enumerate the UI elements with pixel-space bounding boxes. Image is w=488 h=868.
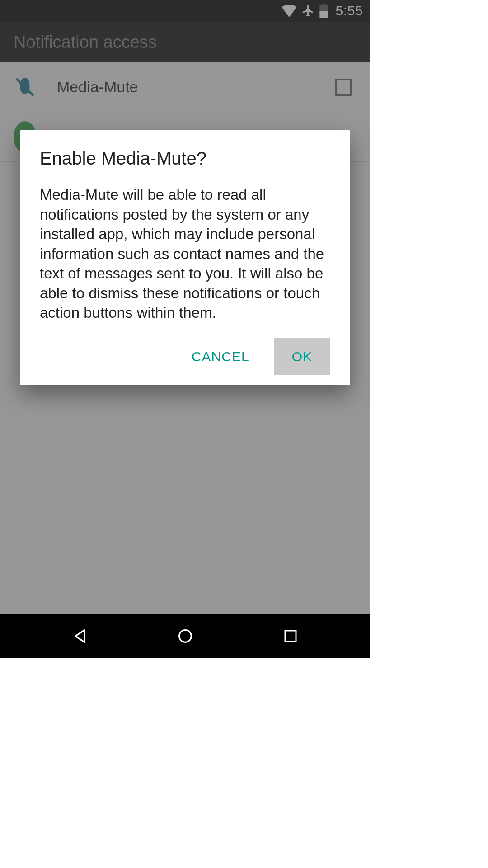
navigation-bar: [0, 614, 370, 658]
dialog-title: Enable Media-Mute?: [40, 148, 330, 169]
dialog-actions: CANCEL OK: [40, 338, 330, 375]
svg-rect-5: [285, 631, 296, 642]
ok-button[interactable]: OK: [274, 338, 330, 375]
dialog-body: Media-Mute will be able to read all noti…: [40, 185, 330, 323]
screen: 5:55 Notification access Media-Mute: [0, 0, 370, 658]
svg-point-4: [179, 630, 191, 642]
confirm-dialog: Enable Media-Mute? Media-Mute will be ab…: [20, 130, 350, 385]
recents-button[interactable]: [277, 623, 304, 650]
home-button[interactable]: [172, 623, 199, 650]
cancel-button[interactable]: CANCEL: [178, 338, 263, 375]
back-button[interactable]: [66, 623, 94, 650]
